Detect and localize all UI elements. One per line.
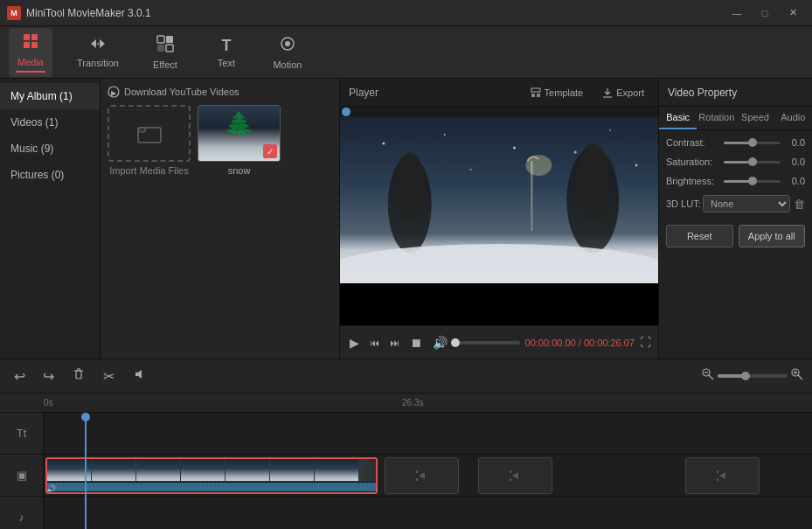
title-bar: M MiniTool MovieMaker 3.0.1 — □ ✕ xyxy=(0,0,812,26)
tab-speed[interactable]: Speed xyxy=(736,107,774,129)
snow-media-item[interactable]: 🌲 ✓ snow xyxy=(198,105,281,176)
media-grid: Import Media Files 🌲 ✓ snow xyxy=(108,105,332,176)
progress-thumb xyxy=(451,338,460,347)
svg-point-23 xyxy=(575,143,610,222)
player-controls-bar: ▶ ⏮ ⏭ ⏹ 🔊 00:00:00.00 / 00:00:26.07 ⛶ xyxy=(340,325,658,358)
placeholder-clip-1[interactable] xyxy=(385,457,459,494)
video-clip-snow[interactable]: 🔊 xyxy=(45,457,378,494)
svg-point-21 xyxy=(394,152,426,222)
audio-wave xyxy=(47,483,376,491)
export-button[interactable]: Export xyxy=(597,85,649,101)
volume-button[interactable]: 🔊 xyxy=(430,333,450,352)
lut-select[interactable]: None xyxy=(703,195,790,212)
svg-rect-5 xyxy=(157,36,164,43)
svg-point-31 xyxy=(574,151,577,154)
effect-label: Effect xyxy=(153,59,177,70)
import-media-item[interactable]: Import Media Files xyxy=(108,105,191,176)
effect-icon xyxy=(156,35,174,57)
saturation-value: 0.0 xyxy=(784,157,805,167)
tab-audio[interactable]: Audio xyxy=(774,107,812,129)
playback-progress[interactable] xyxy=(455,341,520,345)
fullscreen-button[interactable]: ⛶ xyxy=(640,336,651,349)
placeholder-clip-3[interactable] xyxy=(685,457,760,494)
download-youtube-button[interactable]: ▶ Download YouTube Videos xyxy=(108,86,332,98)
brightness-value: 0.0 xyxy=(784,176,805,186)
minimize-button[interactable]: — xyxy=(725,4,749,22)
tab-rotation[interactable]: Rotation xyxy=(697,107,736,129)
undo-button[interactable]: ↩ xyxy=(9,365,31,388)
motion-icon xyxy=(279,35,296,57)
template-button[interactable]: Template xyxy=(525,85,589,101)
sidebar-item-myalbum[interactable]: My Album (1) xyxy=(0,83,100,109)
delete-button[interactable] xyxy=(66,364,91,388)
stop-button[interactable]: ⏹ xyxy=(407,333,425,352)
zoom-controls xyxy=(702,368,803,384)
saturation-thumb xyxy=(748,157,757,166)
text-icon: T xyxy=(221,37,231,55)
import-label: Import Media Files xyxy=(109,165,188,176)
toolbar-transition[interactable]: Transition xyxy=(70,32,126,73)
sidebar-item-music[interactable]: Music (9) xyxy=(0,136,100,162)
placeholder-clip-2[interactable] xyxy=(478,457,552,494)
svg-point-25 xyxy=(525,155,552,176)
music-track xyxy=(44,497,812,529)
svg-rect-17 xyxy=(537,94,540,97)
app-title: MiniTool MovieMaker 3.0.1 xyxy=(26,7,725,19)
maximize-button[interactable]: □ xyxy=(753,4,777,22)
track-labels: Tt ▣ ♪ xyxy=(0,413,44,529)
zoom-out-button[interactable] xyxy=(702,368,714,384)
svg-text:▶: ▶ xyxy=(111,89,117,97)
brightness-slider[interactable] xyxy=(724,180,781,183)
svg-line-38 xyxy=(709,375,713,379)
main-toolbar: Media Transition Effect T Text Motion xyxy=(0,26,812,79)
lut-label: 3D LUT: xyxy=(666,198,703,209)
sidebar-item-pictures[interactable]: Pictures (0) xyxy=(0,162,100,188)
seek-thumb xyxy=(342,108,350,116)
play-button[interactable]: ▶ xyxy=(347,333,362,352)
text-label: Text xyxy=(218,58,235,68)
download-label: Download YouTube Videos xyxy=(124,87,239,97)
app-icon: M xyxy=(7,6,21,20)
zoom-thumb xyxy=(741,372,750,380)
zoom-in-button[interactable] xyxy=(791,368,803,384)
next-frame-button[interactable]: ⏭ xyxy=(387,335,402,351)
track-label-text: Tt xyxy=(0,413,43,455)
import-box[interactable] xyxy=(108,105,191,162)
toolbar-text[interactable]: T Text xyxy=(205,32,248,73)
saturation-slider[interactable] xyxy=(724,161,781,164)
redo-button[interactable]: ↪ xyxy=(38,365,59,388)
track-area: 🔊 xyxy=(44,413,812,529)
brightness-label: Brightness: xyxy=(666,176,720,186)
sidebar-item-videos[interactable]: Videos (1) xyxy=(0,109,100,136)
motion-label: Motion xyxy=(273,59,302,70)
brightness-row: Brightness: 0.0 xyxy=(666,176,805,186)
contrast-label: Contrast: xyxy=(666,137,720,148)
text-track xyxy=(44,413,812,455)
toolbar-effect[interactable]: Effect xyxy=(143,31,187,74)
zoom-slider[interactable] xyxy=(718,374,788,378)
cut-button[interactable]: ✂ xyxy=(98,365,120,388)
toolbar-motion[interactable]: Motion xyxy=(266,31,309,74)
contrast-row: Contrast: 0.0 xyxy=(666,137,805,148)
svg-rect-1 xyxy=(31,34,38,40)
reset-button[interactable]: Reset xyxy=(666,225,733,247)
snow-name: snow xyxy=(228,165,251,176)
svg-rect-34 xyxy=(76,371,81,379)
saturation-label: Saturation: xyxy=(666,157,720,167)
contrast-slider[interactable] xyxy=(724,142,781,144)
video-track[interactable]: 🔊 xyxy=(44,455,812,497)
tab-basic[interactable]: Basic xyxy=(659,107,697,129)
toolbar-media[interactable]: Media xyxy=(9,28,52,77)
close-button[interactable]: ✕ xyxy=(781,4,805,22)
audio-button[interactable] xyxy=(127,364,151,388)
player-video xyxy=(340,117,658,325)
player-header: Player Template Export xyxy=(340,79,658,107)
media-label: Media xyxy=(17,57,44,67)
lut-delete-button[interactable]: 🗑 xyxy=(794,198,805,211)
svg-point-30 xyxy=(609,129,611,131)
property-header: Video Property xyxy=(659,79,812,107)
player-seek-bar[interactable] xyxy=(340,107,658,117)
prev-frame-button[interactable]: ⏮ xyxy=(367,335,382,351)
transition-label: Transition xyxy=(77,58,119,68)
apply-all-button[interactable]: Apply to all xyxy=(739,225,806,247)
